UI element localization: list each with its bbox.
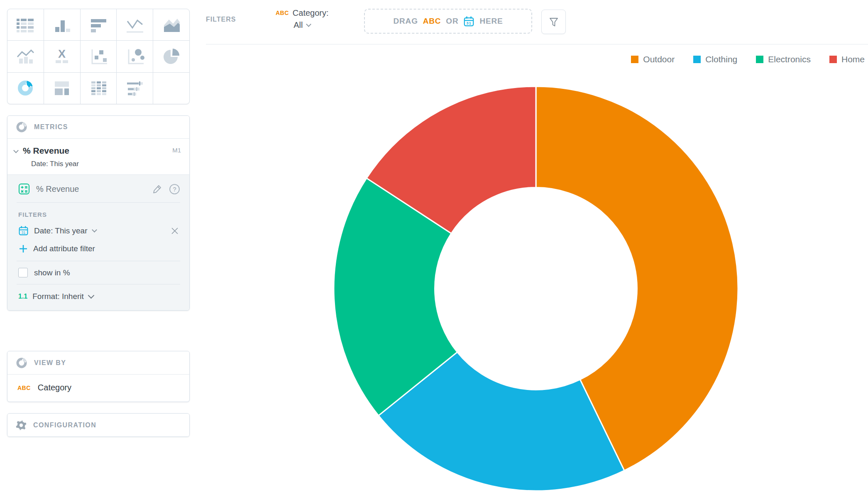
combo-chart-icon xyxy=(14,46,37,67)
legend-swatch xyxy=(693,56,701,63)
plus-icon xyxy=(19,244,28,253)
chart-type-combo[interactable] xyxy=(7,41,44,72)
chart-type-xirr[interactable]: X xyxy=(44,41,80,72)
treemap-icon xyxy=(50,78,73,98)
svg-text:31: 31 xyxy=(22,230,26,235)
metrics-panel: METRICS % Revenue M1 Date: This year % R… xyxy=(7,115,190,311)
add-attribute-filter-button[interactable]: Add attribute filter xyxy=(7,241,189,261)
legend-item-outdoor[interactable]: Outdoor xyxy=(631,54,675,64)
abc-attribute-icon: ABC xyxy=(276,10,289,16)
legend-label: Outdoor xyxy=(643,54,675,64)
metric-date-summary: Date: This year xyxy=(31,160,181,168)
category-filter-value: All xyxy=(293,20,303,30)
date-filter-row[interactable]: 31 Date: This year xyxy=(7,221,189,241)
gear-icon xyxy=(15,419,27,431)
edit-pencil-icon[interactable] xyxy=(152,184,163,194)
heatmap-icon xyxy=(87,78,110,98)
chart-type-heatmap[interactable] xyxy=(81,73,117,104)
metric-badge: M1 xyxy=(172,146,181,154)
metrics-panel-title: METRICS xyxy=(34,123,68,131)
legend-label: Electronics xyxy=(768,54,811,64)
bullet-chart-icon xyxy=(123,78,147,98)
legend-swatch xyxy=(631,56,638,63)
filter-dropzone[interactable]: DRAG ABC OR 31 HERE xyxy=(364,9,532,34)
format-label: Format: Inherit xyxy=(32,292,84,301)
show-in-percent-checkbox[interactable] xyxy=(18,268,28,277)
metrics-panel-header: METRICS xyxy=(7,116,189,139)
legend: OutdoorClothingElectronicsHome xyxy=(631,54,865,64)
number-format-icon: 1.1 xyxy=(18,293,27,300)
line-chart-icon xyxy=(123,15,147,35)
help-question-icon[interactable]: ? xyxy=(169,184,180,195)
chevron-down-icon xyxy=(306,22,312,27)
area-chart-icon xyxy=(160,15,183,35)
remove-filter-icon[interactable] xyxy=(170,226,179,235)
configuration-panel[interactable]: CONFIGURATION xyxy=(7,413,190,437)
view-by-panel-header: VIEW BY xyxy=(7,351,189,374)
chevron-down-icon[interactable] xyxy=(13,148,19,153)
category-filter-label: Category: xyxy=(293,8,329,17)
chevron-down-icon xyxy=(88,292,95,299)
view-by-panel-title: VIEW BY xyxy=(34,359,66,367)
funnel-icon xyxy=(547,15,560,29)
donut-chart-icon xyxy=(14,78,37,98)
chart-type-bullet[interactable] xyxy=(117,73,153,104)
view-by-attribute-item[interactable]: ABC Category xyxy=(7,374,189,402)
view-by-attribute-name: Category xyxy=(38,383,71,392)
show-in-percent-row[interactable]: show in % xyxy=(7,261,189,284)
svg-text:X: X xyxy=(58,48,66,60)
legend-swatch xyxy=(829,56,837,63)
format-selector[interactable]: 1.1 Format: Inherit xyxy=(7,284,189,304)
abc-attribute-icon: ABC xyxy=(17,385,31,391)
topbar-divider xyxy=(206,44,868,44)
chart-type-column[interactable] xyxy=(44,9,80,40)
configuration-panel-header[interactable]: CONFIGURATION xyxy=(7,414,189,436)
table-icon xyxy=(14,15,37,35)
donut-section-icon xyxy=(15,121,28,133)
view-by-panel: VIEW BY ABC Category xyxy=(7,351,190,402)
pie-chart-icon xyxy=(160,46,183,67)
chart-type-bar[interactable] xyxy=(81,9,117,40)
bar-chart-icon xyxy=(87,15,110,35)
metric-definition: % Revenue xyxy=(36,184,146,194)
chart-type-donut-selected[interactable] xyxy=(7,73,44,104)
metric-filters-label: FILTERS xyxy=(7,203,189,221)
chart-type-area[interactable] xyxy=(153,9,189,40)
donut-chart xyxy=(332,86,740,493)
chevron-down-icon xyxy=(92,227,98,233)
legend-item-electronics[interactable]: Electronics xyxy=(756,54,811,64)
chart-type-pie[interactable] xyxy=(153,41,189,72)
date-filter-label: Date: This year xyxy=(34,226,87,235)
chart-type-picker: X xyxy=(7,9,190,104)
legend-label: Clothing xyxy=(705,54,737,64)
legend-swatch xyxy=(756,56,763,63)
legend-label: Home xyxy=(841,54,865,64)
dropzone-here-text: HERE xyxy=(479,17,503,26)
abc-attribute-icon: ABC xyxy=(423,17,441,26)
donut-section-icon xyxy=(15,357,28,369)
filter-bar-label: FILTERS xyxy=(206,16,236,23)
configuration-panel-title: CONFIGURATION xyxy=(33,422,96,429)
metric-item[interactable]: % Revenue M1 Date: This year xyxy=(7,139,189,175)
xirr-icon: X xyxy=(50,46,73,67)
svg-text:?: ? xyxy=(173,186,176,192)
show-in-percent-label: show in % xyxy=(34,268,70,277)
legend-item-clothing[interactable]: Clothing xyxy=(693,54,737,64)
chart-type-bubble[interactable] xyxy=(117,41,153,72)
filter-funnel-button[interactable] xyxy=(541,10,566,34)
legend-item-home[interactable]: Home xyxy=(829,54,865,64)
chart-type-table[interactable] xyxy=(7,9,44,40)
bubble-chart-icon xyxy=(123,46,147,67)
dropzone-drag-text: DRAG xyxy=(394,17,418,26)
chart-type-line[interactable] xyxy=(117,9,153,40)
column-chart-icon xyxy=(50,15,73,35)
svg-text:31: 31 xyxy=(467,21,472,25)
category-filter-chip[interactable]: ABCCategory: All xyxy=(276,8,329,30)
chart-type-scatter[interactable] xyxy=(81,41,117,72)
metric-detail-section: % Revenue ? FILTERS 31 Date: This year xyxy=(7,175,189,310)
chart-type-treemap[interactable] xyxy=(44,73,80,104)
scatter-plot-icon xyxy=(87,46,110,67)
metric-name: % Revenue xyxy=(23,146,69,156)
chart-type-empty-cell xyxy=(153,73,189,104)
add-attribute-filter-label: Add attribute filter xyxy=(33,244,95,253)
